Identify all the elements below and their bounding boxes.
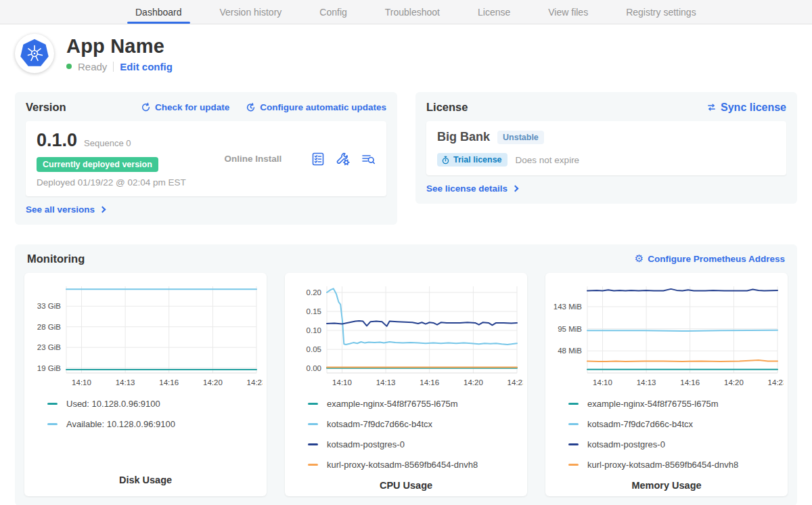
license-card-title: License: [426, 101, 468, 114]
configure-prometheus-link[interactable]: ⚙ Configure Prometheus Address: [635, 254, 785, 264]
svg-text:14:23: 14:23: [508, 378, 523, 387]
monitoring-title: Monitoring: [27, 252, 85, 265]
svg-text:95 MiB: 95 MiB: [558, 325, 582, 333]
svg-text:14:20: 14:20: [464, 378, 483, 387]
refresh-icon: [141, 102, 151, 112]
sync-license-button[interactable]: Sync license: [706, 102, 786, 114]
cpu-usage-chart-card: 14:1014:1314:1614:2014:230.000.050.100.1…: [285, 273, 527, 496]
svg-text:143 MiB: 143 MiB: [554, 303, 583, 311]
channel-badge: Unstable: [497, 131, 544, 144]
legend-swatch: [308, 464, 318, 466]
chevron-right-icon: [512, 185, 519, 192]
license-card: License Sync license Big Bank Unstable: [415, 92, 797, 204]
legend-label: example-nginx-54f8f76755-l675m: [327, 399, 458, 409]
tab-bar: DashboardVersion historyConfigTroublesho…: [116, 0, 715, 24]
edit-config-link[interactable]: Edit config: [120, 61, 173, 72]
legend-item: kotsadm-7f9dc7d66c-b4tcx: [308, 419, 524, 429]
memory-usage-chart: 14:1014:1314:1614:2014:2348 MiB95 MiB143…: [549, 281, 784, 393]
svg-text:0.15: 0.15: [307, 307, 321, 315]
legend-item: kurl-proxy-kotsadm-8569fb6454-dnvh8: [568, 460, 785, 470]
tab-license[interactable]: License: [459, 0, 529, 24]
legend-swatch: [568, 443, 579, 445]
memory-usage-chart-card: 14:1014:1314:1614:2014:2348 MiB95 MiB143…: [545, 273, 788, 496]
tab-view-files[interactable]: View files: [529, 0, 607, 24]
stopwatch-icon: [441, 156, 450, 164]
svg-text:33 GiB: 33 GiB: [37, 302, 61, 310]
divider: [113, 62, 114, 72]
legend-swatch: [47, 403, 58, 405]
page-title: App Name: [66, 35, 173, 58]
tab-dashboard[interactable]: Dashboard: [116, 0, 201, 24]
sync-arrows-icon: [706, 102, 717, 112]
monitoring-section: Monitoring ⚙ Configure Prometheus Addres…: [15, 244, 797, 505]
svg-text:14:23: 14:23: [247, 378, 263, 387]
chart-svg: 14:1014:1314:1614:2014:2348 MiB95 MiB143…: [549, 281, 784, 391]
legend-swatch: [568, 423, 579, 425]
legend-item: kotsadm-7f9dc7d66c-b4tcx: [568, 419, 785, 429]
legend-swatch: [568, 464, 579, 466]
install-type-label: Online Install: [196, 154, 311, 164]
svg-text:14:10: 14:10: [72, 378, 91, 387]
legend-item: Used: 10.128.0.96:9100: [47, 399, 264, 409]
legend-label: kotsadm-7f9dc7d66c-b4tcx: [327, 419, 432, 429]
legend-item: example-nginx-54f8f76755-l675m: [568, 399, 785, 409]
legend-item: kotsadm-postgres-0: [308, 439, 524, 449]
legend-swatch: [308, 403, 318, 405]
legend-item: example-nginx-54f8f76755-l675m: [308, 399, 524, 409]
memory-usage-legend: example-nginx-54f8f76755-l675mkotsadm-7f…: [548, 399, 785, 480]
legend-label: kotsadm-postgres-0: [327, 439, 405, 449]
gear-icon: ⚙: [635, 254, 644, 264]
status-dot: [66, 64, 72, 69]
svg-text:23 GiB: 23 GiB: [37, 343, 61, 351]
svg-text:0.10: 0.10: [307, 326, 321, 334]
version-number: 0.1.0: [37, 130, 77, 151]
tab-config[interactable]: Config: [300, 0, 365, 24]
svg-text:0.20: 0.20: [307, 288, 321, 297]
legend-label: kurl-proxy-kotsadm-8569fb6454-dnvh8: [587, 460, 738, 470]
cpu-usage-chart: 14:1014:1314:1614:2014:230.000.050.100.1…: [289, 281, 523, 393]
chart-title: Memory Usage: [631, 480, 701, 493]
release-notes-icon[interactable]: [311, 152, 325, 167]
tab-version-history[interactable]: Version history: [201, 0, 301, 24]
see-license-details-link[interactable]: See license details: [426, 183, 518, 194]
svg-text:28 GiB: 28 GiB: [37, 323, 61, 331]
svg-text:14:16: 14:16: [159, 378, 179, 387]
legend-label: Available: 10.128.0.96:9100: [66, 419, 175, 429]
legend-label: kotsadm-7f9dc7d66c-b4tcx: [587, 419, 693, 429]
currently-deployed-badge: Currently deployed version: [37, 157, 158, 172]
chevron-right-icon: [99, 206, 106, 213]
version-card-title: Version: [26, 101, 66, 114]
svg-text:14:10: 14:10: [332, 378, 352, 387]
chart-title: Disk Usage: [119, 475, 172, 488]
deployed-timestamp: Deployed 01/19/22 @ 02:04 pm EST: [37, 177, 196, 188]
tab-registry-settings[interactable]: Registry settings: [607, 0, 715, 24]
view-logs-icon[interactable]: [361, 152, 376, 167]
disk-usage-legend: Used: 10.128.0.96:9100Available: 10.128.…: [27, 399, 264, 439]
see-all-versions-link[interactable]: See all versions: [26, 204, 105, 215]
legend-swatch: [568, 403, 579, 405]
expiration-text: Does not expire: [516, 155, 580, 165]
app-logo: [15, 34, 54, 73]
legend-swatch: [47, 423, 58, 425]
svg-text:14:13: 14:13: [376, 378, 396, 387]
legend-item: kurl-proxy-kotsadm-8569fb6454-dnvh8: [308, 460, 524, 470]
disk-usage-chart-card: 14:1014:1314:1614:2014:2319 GiB23 GiB28 …: [24, 273, 267, 496]
legend-swatch: [308, 443, 318, 445]
svg-text:14:10: 14:10: [593, 378, 612, 387]
version-card: Version Check for update Configure au: [15, 92, 397, 225]
legend-label: example-nginx-54f8f76755-l675m: [587, 399, 719, 409]
check-for-update-button[interactable]: Check for update: [141, 102, 229, 112]
config-tools-icon[interactable]: [336, 152, 351, 167]
tab-troubleshoot[interactable]: Troubleshoot: [366, 0, 459, 24]
status-text: Ready: [78, 61, 107, 72]
sequence-label: Sequence 0: [84, 138, 131, 148]
clock-refresh-icon: [246, 102, 256, 112]
cpu-usage-legend: example-nginx-54f8f76755-l675mkotsadm-7f…: [288, 399, 524, 480]
svg-text:14:16: 14:16: [420, 378, 439, 387]
configure-automatic-updates-button[interactable]: Configure automatic updates: [246, 102, 386, 112]
customer-name: Big Bank: [437, 130, 490, 144]
svg-text:48 MiB: 48 MiB: [558, 347, 582, 355]
app-header: App Name Ready Edit config: [0, 24, 812, 77]
chart-svg: 14:1014:1314:1614:2014:2319 GiB23 GiB28 …: [28, 281, 263, 391]
svg-text:19 GiB: 19 GiB: [37, 364, 61, 372]
